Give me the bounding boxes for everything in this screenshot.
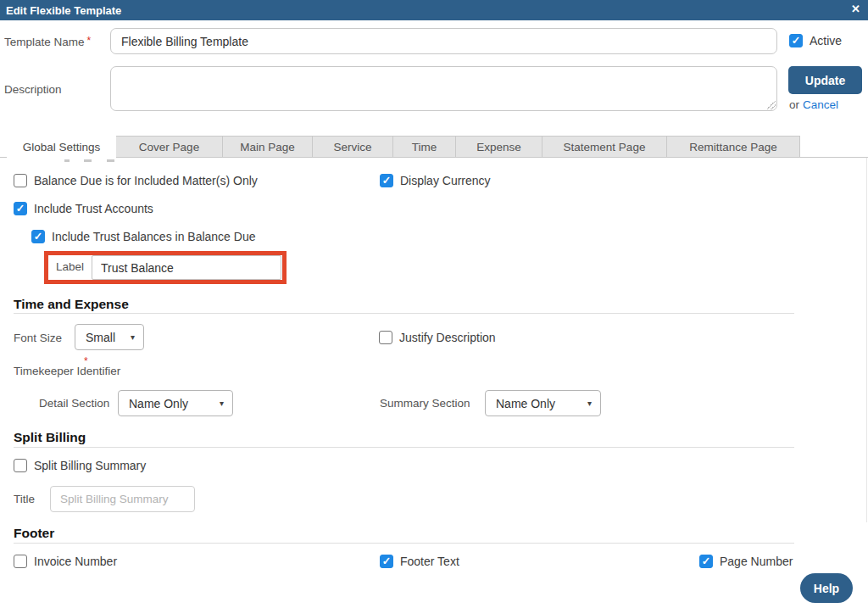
justify-description-checkbox[interactable] [379, 331, 392, 344]
edit-flexible-template-dialog: Edit Flexible Template ✕ Template Name* … [0, 0, 868, 608]
tab-remittance-page[interactable]: Remittance Page [667, 136, 800, 158]
annotation-highlight-box: Label [44, 251, 287, 284]
invoice-number-row: Invoice Number [14, 555, 117, 568]
invoice-number-label: Invoice Number [34, 555, 117, 568]
include-trust-balances-row: ✓ Include Trust Balances in Balance Due [31, 230, 255, 243]
dialog-titlebar: Edit Flexible Template [0, 0, 868, 20]
detail-section-select[interactable]: Name Only ▾ [118, 390, 233, 416]
trust-balance-label: Label [56, 260, 84, 273]
tab-cover-page[interactable]: Cover Page [116, 136, 223, 158]
title-input[interactable] [50, 486, 195, 512]
clipped-text-artifact [64, 159, 70, 162]
or-cancel: orCancel [789, 98, 838, 111]
panel-right-border [866, 158, 867, 522]
include-trust-accounts-checkbox[interactable]: ✓ [14, 202, 27, 215]
timekeeper-identifier-label: Timekeeper Identifier [14, 365, 120, 377]
clipped-text-artifact [84, 159, 92, 162]
required-asterisk: * [84, 355, 88, 367]
split-billing-summary-checkbox[interactable] [14, 459, 27, 472]
summary-section-select[interactable]: Name Only ▾ [485, 390, 601, 416]
tab-time[interactable]: Time [393, 136, 456, 158]
close-icon[interactable]: ✕ [851, 3, 860, 15]
active-row: ✓ Active [789, 34, 842, 47]
template-name-input[interactable] [110, 28, 777, 54]
tab-main-page[interactable]: Main Page [223, 136, 313, 158]
footer-text-row: ✓ Footer Text [380, 555, 459, 568]
active-checkbox[interactable]: ✓ [789, 34, 803, 47]
font-size-label: Font Size [14, 332, 62, 344]
justify-description-row: Justify Description [379, 331, 496, 344]
summary-section-label: Summary Section [380, 397, 470, 410]
description-label: Description [4, 83, 62, 96]
textarea-resize-grip-icon[interactable] [767, 101, 776, 109]
tab-expense[interactable]: Expense [456, 136, 542, 158]
tab-statement-page[interactable]: Statement Page [542, 136, 667, 158]
include-trust-accounts-label: Include Trust Accounts [34, 202, 153, 215]
page-number-row: ✓ Page Number [699, 555, 793, 568]
invoice-number-checkbox[interactable] [14, 555, 27, 568]
section-rule [14, 447, 794, 448]
split-billing-summary-row: Split Billing Summary [14, 459, 146, 472]
font-size-select[interactable]: Small ▾ [75, 324, 144, 350]
section-rule [14, 543, 794, 544]
required-asterisk: * [87, 35, 92, 47]
help-button[interactable]: Help [800, 573, 853, 603]
detail-section-value: Name Only [129, 397, 188, 410]
chevron-down-icon: ▾ [220, 399, 224, 408]
include-trust-accounts-row: ✓ Include Trust Accounts [14, 202, 153, 215]
update-button[interactable]: Update [788, 66, 862, 94]
tab-global-settings[interactable]: Global Settings [7, 136, 116, 159]
clipped-text-artifact [107, 159, 114, 162]
font-size-value: Small [86, 331, 115, 344]
split-billing-heading: Split Billing [14, 430, 86, 445]
time-and-expense-heading: Time and Expense [14, 297, 129, 312]
balance-due-row: Balance Due is for Included Matter(s) On… [14, 174, 258, 187]
active-label: Active [810, 34, 842, 47]
title-label: Title [14, 493, 35, 505]
footer-heading: Footer [14, 526, 54, 541]
chevron-down-icon: ▾ [131, 332, 135, 342]
detail-section-label: Detail Section [39, 397, 109, 410]
page-number-checkbox[interactable]: ✓ [699, 555, 713, 568]
section-rule [14, 313, 794, 314]
balance-due-label: Balance Due is for Included Matter(s) On… [34, 174, 258, 187]
display-currency-row: ✓ Display Currency [380, 174, 491, 187]
justify-description-label: Justify Description [399, 331, 496, 344]
or-text: or [789, 98, 799, 111]
footer-text-checkbox[interactable]: ✓ [380, 555, 393, 568]
display-currency-label: Display Currency [400, 174, 491, 187]
balance-due-checkbox[interactable] [14, 174, 27, 187]
cancel-link[interactable]: Cancel [803, 98, 838, 111]
description-textarea[interactable] [110, 66, 777, 111]
include-trust-balances-checkbox[interactable]: ✓ [31, 230, 45, 243]
page-number-label: Page Number [720, 555, 793, 568]
summary-section-value: Name Only [496, 397, 555, 410]
dialog-title: Edit Flexible Template [0, 4, 121, 17]
tabbar: Global Settings Cover Page Main Page Ser… [7, 136, 800, 158]
tab-service[interactable]: Service [313, 136, 393, 158]
include-trust-balances-label: Include Trust Balances in Balance Due [52, 230, 255, 243]
display-currency-checkbox[interactable]: ✓ [380, 174, 393, 187]
template-name-label-text: Template Name [4, 36, 85, 48]
trust-balance-input[interactable] [92, 255, 281, 280]
template-name-label: Template Name* [4, 36, 91, 48]
chevron-down-icon: ▾ [587, 399, 592, 408]
split-billing-summary-label: Split Billing Summary [34, 459, 146, 472]
footer-text-label: Footer Text [400, 555, 459, 568]
